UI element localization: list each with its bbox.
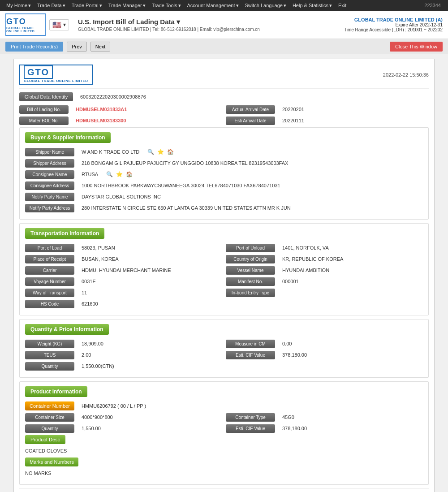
port-load-value: 58023, PUSAN bbox=[78, 243, 119, 252]
home-icon[interactable]: 🏠 bbox=[166, 148, 174, 156]
nav-trade-data-chevron: ▾ bbox=[63, 3, 65, 9]
buyer-supplier-section: Buyer & Supplier Information Shipper Nam… bbox=[19, 127, 429, 220]
container-type-value: 45G0 bbox=[279, 413, 298, 422]
way-transport-row: Way of Transport 11 In-bond Entry Type bbox=[25, 288, 423, 297]
product-desc-value-row: COATED GLOVES bbox=[25, 446, 423, 455]
consignee-star-icon[interactable]: ⭐ bbox=[115, 170, 123, 178]
actual-arrival-pair: Actual Arrival Date 20220201 bbox=[226, 105, 429, 114]
search-icon[interactable]: 🔍 bbox=[146, 148, 155, 156]
container-number-label[interactable]: Container Number bbox=[25, 401, 74, 410]
port-unload-pair: Port of Unload 1401, NORFOLK, VA bbox=[226, 243, 423, 252]
header: GTO GLOBAL TRADE ONLINE LIMITED 🇺🇸 ▾ U.S… bbox=[0, 11, 448, 39]
nav-trade-manager[interactable]: Trade Manager ▾ bbox=[106, 1, 148, 10]
account-info: GLOBAL TRADE ONLINE LIMITED (A) Expire A… bbox=[344, 17, 443, 32]
shipper-address-value: 218 BONGAM GIL PAJUEUP PAJUCITY GY UNGGI… bbox=[78, 159, 292, 168]
esti-arrival-value: 20220111 bbox=[279, 116, 308, 125]
country-origin-pair: Country of Origin KR, REPUBLIC OF KOREA bbox=[226, 255, 423, 263]
nav-my-home[interactable]: My Home ▾ bbox=[4, 1, 34, 10]
marks-value-row: NO MARKS bbox=[25, 469, 423, 478]
bol-no-value: HDMUSELM031833A1 bbox=[72, 105, 130, 114]
card-timestamp: 2022-02-22 15:50:36 bbox=[383, 72, 429, 78]
teus-row: TEUS 2.00 Esti. CIF Value 378,180.00 bbox=[25, 350, 423, 359]
esti-cif-value: 378,180.00 bbox=[279, 350, 310, 359]
nav-trade-portal-label: Trade Portal bbox=[72, 3, 99, 8]
consignee-search-icon[interactable]: 🔍 bbox=[105, 170, 113, 178]
country-origin-label: Country of Origin bbox=[226, 255, 275, 263]
prev-button-top[interactable]: Prev bbox=[67, 42, 87, 52]
close-button-top[interactable]: Close This Window bbox=[390, 42, 443, 52]
top-nav: My Home ▾ Trade Data ▾ Trade Portal ▾ Tr… bbox=[0, 0, 448, 11]
inbond-entry-value bbox=[279, 291, 286, 294]
global-data-identity-label: Global Data Identity bbox=[19, 92, 73, 101]
toolbar-top: Print Trade Record(s) Prev Next Close Th… bbox=[0, 39, 448, 54]
notify-party-address-row: Notify Party Address 280 INTERSTATE N CI… bbox=[25, 203, 423, 212]
nav-account-chevron: ▾ bbox=[236, 3, 239, 9]
vessel-name-label: Vessel Name bbox=[226, 266, 275, 275]
consignee-address-row: Consignee Address 1000 NORTHBROOK PARKWA… bbox=[25, 181, 423, 190]
flag-selector[interactable]: 🇺🇸 ▾ bbox=[49, 19, 69, 30]
teus-label: TEUS bbox=[25, 351, 74, 359]
notify-party-address-value: 280 INTERSTATE N CIRCLE STE 650 AT LANTA… bbox=[78, 203, 294, 212]
way-transport-pair: Way of Transport 11 bbox=[25, 288, 222, 297]
transportation-section: Transportation Information Port of Load … bbox=[19, 223, 429, 315]
card-logo: GTO GLOBAL TRADE ONLINE LIMITED bbox=[19, 65, 93, 85]
nav-switch-language[interactable]: Switch Language ▾ bbox=[242, 1, 289, 10]
nav-exit-label: Exit bbox=[338, 3, 346, 8]
voyage-pair: Voyage Number 0031E bbox=[25, 277, 222, 286]
place-receipt-row: Place of Receipt BUSAN, KOREA Country of… bbox=[25, 255, 423, 263]
nav-help-statistics[interactable]: Help & Statistics ▾ bbox=[290, 1, 335, 10]
consignee-name-row: Consignee Name RTUSA 🔍 ⭐ 🏠 bbox=[25, 170, 423, 179]
range-info: Time Range Accessible (LDR) : 201001 ~ 2… bbox=[344, 27, 443, 32]
shipper-icons: 🔍 ⭐ 🏠 bbox=[146, 148, 174, 156]
card-header: GTO GLOBAL TRADE ONLINE LIMITED 2022-02-… bbox=[19, 65, 429, 89]
nav-account-management[interactable]: Account Management ▾ bbox=[185, 1, 241, 10]
inbond-pair: In-bond Entry Type bbox=[226, 289, 423, 297]
nav-trade-portal-chevron: ▾ bbox=[99, 3, 102, 9]
weight-value: 18,909.00 bbox=[78, 339, 107, 348]
product-section: Product Information Container Number HMM… bbox=[19, 381, 429, 485]
nav-help-statistics-label: Help & Statistics bbox=[293, 3, 328, 8]
measure-value: 0.00 bbox=[279, 339, 295, 348]
quantity-label: Quantity bbox=[25, 362, 74, 371]
esti-arrival-label: Esti Arrival Date bbox=[226, 117, 275, 125]
nav-items: My Home ▾ Trade Data ▾ Trade Portal ▾ Tr… bbox=[4, 1, 421, 10]
marks-label[interactable]: Marks and Numbers bbox=[25, 457, 78, 466]
card-footer: U.S. Import Bill of Lading Data 1 / 1 60… bbox=[19, 488, 429, 492]
way-transport-value: 11 bbox=[78, 288, 90, 297]
nav-trade-manager-label: Trade Manager bbox=[108, 3, 142, 8]
product-quantity-label: Quantity bbox=[25, 424, 74, 433]
inbond-entry-label: In-bond Entry Type bbox=[226, 289, 275, 297]
next-button-top[interactable]: Next bbox=[90, 42, 111, 52]
port-load-pair: Port of Load 58023, PUSAN bbox=[25, 243, 222, 252]
product-quantity-row: Quantity 1,550.00 Esti. CIF Value 378,18… bbox=[25, 424, 423, 433]
nav-trade-portal[interactable]: Trade Portal ▾ bbox=[69, 1, 105, 10]
container-size-value: 4000*900*800 bbox=[78, 413, 116, 422]
port-load-label: Port of Load bbox=[25, 244, 74, 252]
container-number-value: HMMU6206792 ( 00 / L / PP ) bbox=[78, 401, 150, 410]
measure-pair: Measure in CM 0.00 bbox=[226, 339, 423, 348]
product-desc-label[interactable]: Product Desc bbox=[25, 435, 65, 444]
nav-trade-data[interactable]: Trade Data ▾ bbox=[34, 1, 68, 10]
print-button-top[interactable]: Print Trade Record(s) bbox=[5, 42, 63, 52]
nav-exit[interactable]: Exit bbox=[336, 1, 349, 10]
nav-trade-tools-label: Trade Tools bbox=[152, 3, 177, 8]
product-header: Product Information bbox=[25, 386, 87, 397]
shipper-name-value: W AND K TRADE CO LTD bbox=[78, 147, 143, 156]
star-icon[interactable]: ⭐ bbox=[156, 148, 164, 156]
port-load-row: Port of Load 58023, PUSAN Port of Unload… bbox=[25, 243, 423, 252]
consignee-home-icon[interactable]: 🏠 bbox=[125, 170, 133, 178]
shipper-address-label: Shipper Address bbox=[25, 159, 74, 168]
container-type-pair: Container Type 45G0 bbox=[226, 413, 423, 422]
consignee-address-value: 1000 NORTHBROOK PARKWAYCSUWANEEGA 30024 … bbox=[78, 181, 284, 190]
notify-party-name-value: DAYSTAR GLOBAL SOLTIONS INC bbox=[78, 192, 164, 201]
shipper-name-row: Shipper Name W AND K TRADE CO LTD 🔍 ⭐ 🏠 bbox=[25, 147, 423, 156]
nav-trade-tools[interactable]: Trade Tools ▾ bbox=[149, 1, 184, 10]
port-unload-label: Port of Unload bbox=[226, 244, 275, 252]
product-esti-cif-label: Esti. CIF Value bbox=[226, 424, 275, 433]
carrier-value: HDMU, HYUNDAI MERCHANT MARINE bbox=[78, 266, 175, 275]
esti-cif-label: Esti. CIF Value bbox=[226, 351, 275, 359]
voyage-row: Voyage Number 0031E Manifest No. 000001 bbox=[25, 277, 423, 286]
page-title-text: U.S. Import Bill of Lading Data bbox=[78, 18, 175, 26]
expire-info: Expire After 2022-12-31 bbox=[344, 22, 443, 27]
user-id: 223344 bbox=[421, 1, 444, 10]
